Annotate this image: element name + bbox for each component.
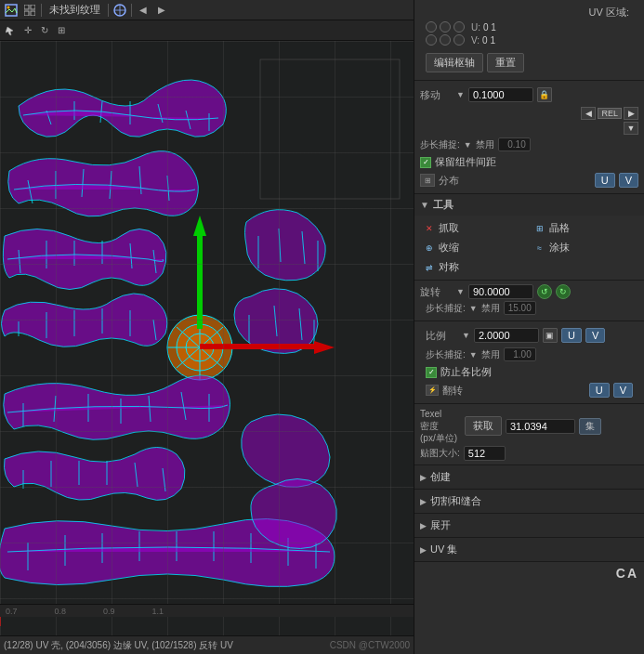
create-header[interactable]: ▶ 创建 bbox=[414, 465, 644, 489]
flip-label: 翻转 bbox=[442, 384, 585, 398]
align-icon: ⇌ bbox=[424, 262, 435, 273]
right-nav-btn[interactable]: ▶ bbox=[624, 107, 638, 120]
u-radio-1[interactable] bbox=[426, 21, 437, 33]
toolbar-separator-1 bbox=[41, 4, 42, 17]
ruler-mark-09: 0.9 bbox=[103, 607, 115, 616]
smear-tool[interactable]: ≈ 涂抹 bbox=[531, 239, 639, 256]
tools-header[interactable]: ▼ 工具 bbox=[414, 194, 644, 216]
v-radio-3[interactable] bbox=[453, 34, 465, 46]
scale-icon[interactable]: ⊞ bbox=[54, 23, 69, 38]
scale-step-snap-value: 1.00 bbox=[504, 347, 536, 361]
scale-lock-btn[interactable]: ▣ bbox=[543, 328, 558, 343]
scale-dropdown[interactable]: ▼ bbox=[462, 331, 470, 340]
properties-panel: UV 区域: U: 0 1 bbox=[414, 0, 644, 654]
rotation-value-input[interactable] bbox=[468, 284, 533, 299]
shrink-tool[interactable]: ⊕ 收缩 bbox=[420, 239, 529, 256]
grid-icon[interactable] bbox=[22, 3, 37, 18]
anti-uniform-checkbox[interactable]: ✓ bbox=[426, 367, 437, 378]
step-snap-dropdown[interactable]: ▼ bbox=[464, 140, 472, 150]
scale-row: 比例 ▼ ▣ U V bbox=[420, 326, 638, 345]
uv-set-header[interactable]: ▶ UV 集 bbox=[414, 538, 644, 561]
toolbar-separator-2 bbox=[108, 4, 109, 17]
move-lock-btn[interactable]: 🔒 bbox=[537, 87, 552, 102]
grid-label: 晶格 bbox=[549, 221, 570, 235]
rot-step-snap-value: 15.00 bbox=[504, 301, 536, 315]
nav-arrows: ◀ REL ▶ ▼ bbox=[414, 106, 644, 136]
select-icon[interactable] bbox=[4, 23, 19, 38]
v-radio-2[interactable] bbox=[440, 34, 451, 46]
texel-size-row: 贴图大小: bbox=[420, 446, 638, 461]
rotate-icon[interactable]: ↻ bbox=[37, 23, 52, 38]
rotate-ccw-btn[interactable]: ↺ bbox=[537, 284, 552, 299]
texel-value-input[interactable] bbox=[506, 419, 575, 434]
texel-row: Texel 密度 (px/单位) 获取 集 bbox=[420, 408, 638, 444]
flip-v-btn[interactable]: V bbox=[613, 383, 633, 398]
u-radio-2[interactable] bbox=[440, 21, 451, 33]
step-snap-label: 步长捕捉: bbox=[420, 138, 460, 151]
step-snap-value: 0.10 bbox=[498, 137, 531, 151]
move-row: 移动 ▼ 🔒 bbox=[414, 85, 644, 104]
align-tool[interactable]: ⇌ 对称 bbox=[420, 258, 529, 276]
rotation-row: 旋转 ▼ ↺ ↻ bbox=[420, 284, 638, 299]
unfold-section: ▶ 展开 bbox=[414, 514, 644, 538]
v-label: V: bbox=[471, 35, 480, 46]
keep-spacing-label: 保留组件间距 bbox=[435, 155, 496, 169]
unfold-header[interactable]: ▶ 展开 bbox=[414, 514, 644, 537]
scale-value-input[interactable] bbox=[474, 328, 539, 343]
move-dropdown[interactable]: ▼ bbox=[456, 90, 465, 99]
rotate-cw-btn[interactable]: ↻ bbox=[556, 284, 571, 299]
distribute-label: 分布 bbox=[439, 174, 591, 188]
svg-rect-3 bbox=[31, 5, 35, 9]
grid-tool-icon: ⊞ bbox=[534, 223, 545, 234]
left-arrow-icon[interactable]: ◀ bbox=[136, 3, 151, 18]
cut-sew-header[interactable]: ▶ 切割和缝合 bbox=[414, 490, 644, 513]
uv-region-header: UV 区域: bbox=[420, 4, 638, 21]
right-arrow-icon[interactable]: ▶ bbox=[154, 3, 169, 18]
cut-sew-section: ▶ 切割和缝合 bbox=[414, 490, 644, 514]
edit-pivot-button[interactable]: 编辑枢轴 bbox=[426, 53, 483, 72]
svg-point-1 bbox=[7, 6, 10, 8]
v-radio-1[interactable] bbox=[426, 34, 437, 46]
texel-get-btn[interactable]: 获取 bbox=[465, 416, 502, 436]
cut-sew-title: 切割和缝合 bbox=[430, 494, 481, 508]
move-value-input[interactable] bbox=[468, 87, 533, 102]
rotation-section: 旋转 ▼ ↺ ↻ 步长捕捉: ▼ 禁用 15.00 bbox=[414, 281, 644, 321]
scale-label: 比例 bbox=[426, 329, 458, 343]
texel-sub-label: 密度 bbox=[420, 420, 457, 432]
rot-step-snap-dropdown[interactable]: ▼ bbox=[469, 304, 478, 313]
rotation-dropdown[interactable]: ▼ bbox=[456, 287, 465, 296]
texel-unit-label: (px/单位) bbox=[420, 432, 457, 444]
grab-label: 抓取 bbox=[439, 221, 459, 235]
create-arrow: ▶ bbox=[420, 473, 427, 482]
left-nav-btn[interactable]: ◀ bbox=[581, 107, 596, 120]
scale-v-btn[interactable]: V bbox=[585, 328, 605, 343]
grab-tool[interactable]: ✕ 抓取 bbox=[420, 219, 529, 237]
flip-u-btn[interactable]: U bbox=[589, 383, 610, 398]
grid-tool[interactable]: ⊞ 晶格 bbox=[531, 219, 639, 237]
u-label: U: bbox=[471, 22, 480, 33]
texel-set-btn[interactable]: 集 bbox=[579, 418, 601, 435]
create-title: 创建 bbox=[430, 470, 451, 484]
down-nav-btn[interactable]: ▼ bbox=[624, 122, 638, 135]
svg-marker-9 bbox=[6, 27, 13, 35]
u-distribute-btn[interactable]: U bbox=[595, 173, 615, 188]
u-radio-3[interactable] bbox=[453, 21, 465, 33]
texel-labels: Texel 密度 (px/单位) bbox=[420, 408, 457, 444]
scale-section: 比例 ▼ ▣ U V 步长捕捉: ▼ 禁用 1.00 ✓ 防止各比例 ⚡ 翻转 bbox=[414, 321, 644, 404]
tools-grid: ✕ 抓取 ⊞ 晶格 ⊕ 收缩 ≈ 涂抹 ⇌ 对称 bbox=[414, 216, 644, 280]
svg-rect-4 bbox=[24, 11, 29, 16]
scale-u-btn[interactable]: U bbox=[561, 328, 582, 343]
image-icon[interactable] bbox=[4, 3, 19, 18]
status-text: (12/28) UV 壳, (204/3056) 边缘 UV, (102/152… bbox=[4, 639, 233, 652]
v-distribute-btn[interactable]: V bbox=[619, 173, 638, 188]
nav-icon[interactable] bbox=[112, 3, 127, 18]
reset-button[interactable]: 重置 bbox=[487, 53, 524, 72]
rot-step-snap-row: 步长捕捉: ▼ 禁用 15.00 bbox=[420, 299, 638, 317]
keep-spacing-checkbox[interactable]: ✓ bbox=[420, 157, 431, 168]
texel-map-size-input[interactable] bbox=[464, 446, 506, 461]
tools-section: ▼ 工具 ✕ 抓取 ⊞ 晶格 ⊕ 收缩 ≈ 涂抹 bbox=[414, 194, 644, 281]
scale-step-snap-dropdown[interactable]: ▼ bbox=[469, 350, 478, 360]
anti-uniform-row: ✓ 防止各比例 bbox=[420, 363, 638, 381]
align-label: 对称 bbox=[439, 260, 459, 274]
move-icon[interactable]: ✛ bbox=[20, 23, 35, 38]
